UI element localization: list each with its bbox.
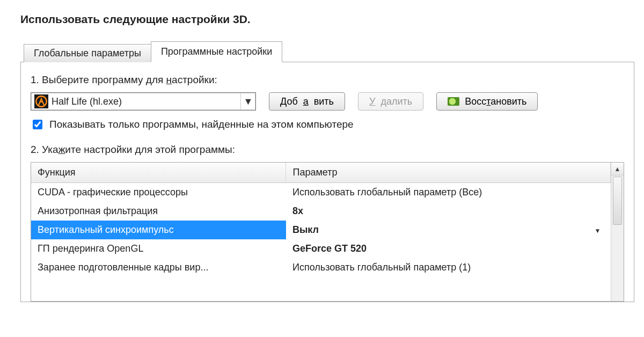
chevron-down-icon: ▼ bbox=[595, 227, 601, 235]
table-row[interactable]: ГП рендеринга OpenGLGeForce GT 520 bbox=[31, 239, 611, 258]
settings-table: Функция Параметр CUDA - графические проц… bbox=[31, 163, 611, 277]
step2-suffix: ите настройки для этой программы: bbox=[65, 144, 235, 155]
feature-cell: ГП рендеринга OpenGL bbox=[31, 239, 286, 258]
param-cell[interactable]: 8x bbox=[286, 202, 611, 221]
col-param[interactable]: Параметр bbox=[286, 163, 611, 183]
tab-program[interactable]: Программные настройки bbox=[151, 41, 282, 62]
step2-prefix: 2. Ука bbox=[31, 144, 58, 155]
param-cell[interactable]: Использовать глобальный параметр (1) bbox=[286, 258, 611, 277]
step1-suffix: астройки: bbox=[172, 74, 217, 85]
half-life-icon bbox=[34, 94, 48, 108]
step1-label: 1. Выберите программу для настройки: bbox=[31, 74, 624, 86]
scroll-thumb[interactable] bbox=[613, 177, 622, 225]
remove-button: Удалить bbox=[358, 92, 423, 111]
page-title: Использовать следующие настройки 3D. bbox=[20, 13, 634, 26]
scroll-up-icon[interactable]: ▲ bbox=[611, 163, 624, 175]
scrollbar[interactable]: ▲ bbox=[611, 163, 624, 301]
nvidia-icon bbox=[448, 97, 459, 106]
add-button[interactable]: Добавить bbox=[269, 92, 345, 111]
show-only-installed-row[interactable]: Показывать только программы, найденные н… bbox=[31, 118, 624, 131]
show-only-installed-label: Показывать только программы, найденные н… bbox=[49, 119, 354, 130]
param-cell[interactable]: Использовать глобальный параметр (Все) bbox=[286, 183, 611, 202]
program-controls-row: Half Life (hl.exe) ▼ Добавить Удалить Во… bbox=[31, 92, 624, 111]
step1-prefix: 1. Выберите программу для bbox=[31, 74, 166, 85]
feature-cell: Анизотропная фильтрация bbox=[31, 202, 286, 221]
show-only-installed-checkbox[interactable] bbox=[33, 120, 42, 129]
feature-cell: CUDA - графические процессоры bbox=[31, 183, 286, 202]
tab-global[interactable]: Глобальные параметры bbox=[24, 44, 151, 62]
scroll-track[interactable] bbox=[611, 175, 624, 301]
param-cell[interactable]: GeForce GT 520 bbox=[286, 239, 611, 258]
param-cell[interactable]: Выкл▼ bbox=[286, 221, 611, 239]
restore-button[interactable]: Восстановить bbox=[436, 92, 538, 111]
tab-bar: Глобальные параметры Программные настрой… bbox=[24, 41, 634, 62]
table-row[interactable]: Анизотропная фильтрация8x bbox=[31, 202, 611, 221]
feature-cell: Вертикальный синхроимпульс bbox=[31, 221, 286, 239]
step2-underline: ж bbox=[58, 144, 65, 155]
table-row[interactable]: CUDA - графические процессорыИспользоват… bbox=[31, 183, 611, 202]
program-select[interactable]: Half Life (hl.exe) ▼ bbox=[31, 92, 256, 111]
step2-label: 2. Укажите настройки для этой программы: bbox=[31, 144, 624, 156]
tab-panel-program: 1. Выберите программу для настройки: Hal… bbox=[20, 62, 634, 302]
table-row[interactable]: Заранее подготовленные кадры вир...Испол… bbox=[31, 258, 611, 277]
settings-table-wrap: Функция Параметр CUDA - графические проц… bbox=[31, 162, 624, 302]
feature-cell: Заранее подготовленные кадры вир... bbox=[31, 258, 286, 277]
table-row[interactable]: Вертикальный синхроимпульсВыкл▼ bbox=[31, 221, 611, 239]
step1-underline: н bbox=[166, 74, 172, 85]
chevron-down-icon: ▼ bbox=[240, 93, 255, 110]
program-select-value: Half Life (hl.exe) bbox=[52, 96, 240, 107]
col-feature[interactable]: Функция bbox=[31, 163, 286, 183]
